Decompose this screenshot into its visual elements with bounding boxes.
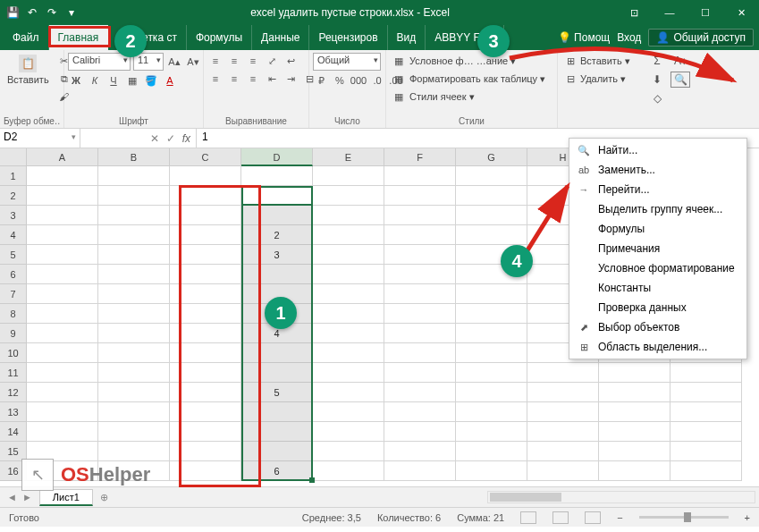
cell[interactable]: [27, 383, 98, 402]
decrease-font-icon[interactable]: A▾: [185, 54, 201, 70]
percent-icon[interactable]: %: [332, 72, 348, 89]
thousands-icon[interactable]: 000: [350, 72, 367, 89]
cell[interactable]: [313, 225, 384, 245]
cell[interactable]: [313, 265, 384, 284]
row-header[interactable]: 12: [0, 383, 27, 402]
cell[interactable]: [170, 304, 241, 324]
cell[interactable]: [27, 186, 98, 206]
tab-data[interactable]: Данные: [252, 25, 309, 50]
cell[interactable]: 2: [241, 225, 313, 245]
row-header[interactable]: 8: [0, 304, 27, 324]
cell[interactable]: [456, 402, 527, 422]
cell[interactable]: [241, 402, 313, 422]
tell-me[interactable]: 💡 Помощ: [558, 31, 610, 44]
menu-item[interactable]: abЗаменить...: [569, 160, 746, 180]
cell[interactable]: [313, 304, 384, 324]
cell[interactable]: [384, 324, 456, 343]
autosum-icon[interactable]: Σ: [647, 53, 667, 69]
row-header[interactable]: 10: [0, 343, 27, 363]
cell[interactable]: [170, 284, 241, 304]
maximize-button[interactable]: ☐: [687, 0, 723, 25]
cancel-icon[interactable]: ✕: [150, 132, 159, 145]
menu-item[interactable]: Примечания: [569, 239, 746, 258]
cell[interactable]: [98, 402, 170, 422]
cell[interactable]: [456, 284, 527, 304]
cell[interactable]: [27, 343, 98, 363]
cell[interactable]: [98, 186, 170, 206]
cell[interactable]: [456, 225, 527, 245]
increase-decimal-icon[interactable]: .0: [369, 72, 385, 89]
zoom-slider[interactable]: [639, 516, 729, 519]
column-header[interactable]: A: [27, 148, 98, 166]
cell[interactable]: [670, 383, 742, 402]
cell[interactable]: 6: [241, 461, 313, 481]
cell[interactable]: [456, 442, 527, 461]
cell[interactable]: [313, 461, 384, 481]
cell[interactable]: [384, 343, 456, 363]
cell[interactable]: [98, 166, 170, 186]
cell[interactable]: [170, 265, 241, 284]
column-header[interactable]: C: [170, 148, 241, 166]
cell[interactable]: [456, 206, 527, 225]
cell[interactable]: [98, 245, 170, 265]
cell[interactable]: [456, 461, 527, 481]
orientation-icon[interactable]: ⤢: [264, 53, 280, 69]
cell[interactable]: [456, 343, 527, 363]
row-header[interactable]: 5: [0, 245, 27, 265]
redo-icon[interactable]: ↷: [45, 5, 59, 20]
cell[interactable]: [527, 363, 599, 383]
cell[interactable]: [384, 402, 456, 422]
cell[interactable]: [27, 304, 98, 324]
cell[interactable]: [384, 166, 456, 186]
cell[interactable]: [170, 383, 241, 402]
cell[interactable]: [170, 166, 241, 186]
cell[interactable]: [599, 383, 670, 402]
cell[interactable]: [170, 363, 241, 383]
row-header[interactable]: 1: [0, 166, 27, 186]
row-header[interactable]: 7: [0, 284, 27, 304]
column-header[interactable]: G: [456, 148, 527, 166]
row-header[interactable]: 6: [0, 265, 27, 284]
menu-item[interactable]: Константы: [569, 278, 746, 298]
cell[interactable]: [313, 284, 384, 304]
cell[interactable]: [456, 186, 527, 206]
cell[interactable]: [456, 324, 527, 343]
cell[interactable]: [241, 442, 313, 461]
cell[interactable]: [456, 304, 527, 324]
zoom-in-icon[interactable]: +: [745, 512, 750, 523]
cell[interactable]: [241, 422, 313, 442]
cell[interactable]: [98, 304, 170, 324]
cell[interactable]: [313, 402, 384, 422]
row-header[interactable]: 4: [0, 225, 27, 245]
cell[interactable]: [384, 442, 456, 461]
column-header[interactable]: B: [98, 148, 170, 166]
cell[interactable]: [170, 402, 241, 422]
cell[interactable]: 1: [241, 186, 313, 206]
border-icon[interactable]: ▦: [124, 72, 140, 89]
cell[interactable]: [313, 166, 384, 186]
cell[interactable]: [384, 383, 456, 402]
cell[interactable]: [313, 422, 384, 442]
menu-item[interactable]: Формулы: [569, 219, 746, 239]
cell[interactable]: [384, 206, 456, 225]
menu-item[interactable]: →Перейти...: [569, 180, 746, 199]
select-all-corner[interactable]: [0, 148, 27, 166]
cell[interactable]: [670, 461, 742, 481]
ribbon-options-icon[interactable]: ⊡: [616, 0, 652, 25]
increase-font-icon[interactable]: A▴: [166, 54, 182, 70]
cell[interactable]: [599, 461, 670, 481]
cell[interactable]: [384, 304, 456, 324]
increase-indent-icon[interactable]: ⇥: [283, 71, 299, 87]
cell[interactable]: [98, 206, 170, 225]
horizontal-scrollbar[interactable]: [487, 491, 755, 503]
cell[interactable]: [98, 363, 170, 383]
cell[interactable]: [313, 383, 384, 402]
cell[interactable]: [27, 402, 98, 422]
sign-in[interactable]: Вход: [617, 31, 641, 44]
share-button[interactable]: 👤 Общий доступ: [648, 29, 754, 46]
italic-icon[interactable]: К: [87, 72, 103, 89]
cell[interactable]: [170, 186, 241, 206]
insert-cells-button[interactable]: ⊞Вставить ▾: [561, 53, 632, 69]
paste-button[interactable]: 📋 Вставить: [4, 53, 53, 87]
row-header[interactable]: 14: [0, 422, 27, 442]
